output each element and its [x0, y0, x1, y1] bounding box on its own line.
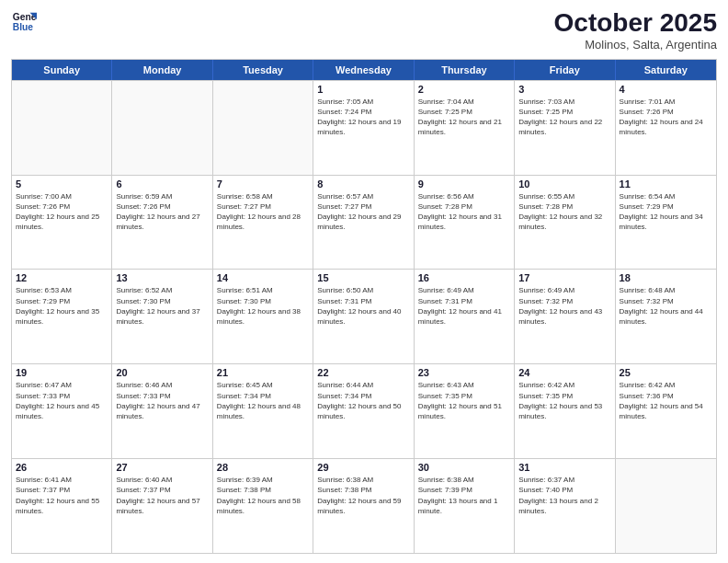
day-number: 6: [116, 178, 208, 190]
day-header-sunday: Sunday: [12, 60, 112, 80]
day-cell: 7Sunrise: 6:58 AM Sunset: 7:27 PM Daylig…: [213, 176, 313, 270]
day-number: 15: [317, 272, 409, 283]
day-number: 25: [620, 367, 712, 378]
day-header-tuesday: Tuesday: [213, 60, 313, 80]
day-number: 13: [116, 272, 208, 283]
day-cell: 6Sunrise: 6:59 AM Sunset: 7:26 PM Daylig…: [112, 176, 212, 270]
day-cell: 25Sunrise: 6:42 AM Sunset: 7:36 PM Dayli…: [616, 364, 716, 458]
day-number: 14: [217, 272, 309, 283]
day-info: Sunrise: 6:49 AM Sunset: 7:32 PM Dayligh…: [518, 285, 610, 327]
day-info: Sunrise: 6:47 AM Sunset: 7:33 PM Dayligh…: [16, 380, 108, 421]
day-info: Sunrise: 6:46 AM Sunset: 7:33 PM Dayligh…: [116, 380, 208, 421]
day-number: 8: [317, 178, 409, 190]
day-cell: 15Sunrise: 6:50 AM Sunset: 7:31 PM Dayli…: [313, 270, 414, 363]
logo-icon: General Blue: [11, 9, 37, 35]
day-info: Sunrise: 6:51 AM Sunset: 7:30 PM Dayligh…: [217, 285, 309, 327]
day-info: Sunrise: 6:37 AM Sunset: 7:40 PM Dayligh…: [518, 475, 610, 516]
day-info: Sunrise: 6:38 AM Sunset: 7:38 PM Dayligh…: [317, 475, 409, 516]
day-info: Sunrise: 7:01 AM Sunset: 7:26 PM Dayligh…: [620, 97, 712, 138]
day-number: 18: [620, 272, 712, 283]
day-cell: 23Sunrise: 6:43 AM Sunset: 7:35 PM Dayli…: [415, 364, 515, 458]
day-cell: 2Sunrise: 7:04 AM Sunset: 7:25 PM Daylig…: [415, 81, 515, 175]
day-cell: [616, 459, 716, 553]
day-number: 27: [116, 462, 208, 473]
day-info: Sunrise: 6:40 AM Sunset: 7:37 PM Dayligh…: [116, 475, 208, 516]
day-number: 24: [518, 367, 610, 378]
day-info: Sunrise: 6:52 AM Sunset: 7:30 PM Dayligh…: [116, 285, 208, 327]
day-info: Sunrise: 6:43 AM Sunset: 7:35 PM Dayligh…: [418, 380, 510, 421]
page-container: General Blue General Blue October 2025 M…: [0, 0, 728, 563]
day-cell: 19Sunrise: 6:47 AM Sunset: 7:33 PM Dayli…: [12, 364, 112, 458]
day-cell: [12, 81, 112, 175]
day-info: Sunrise: 6:59 AM Sunset: 7:26 PM Dayligh…: [116, 191, 208, 233]
day-cell: 21Sunrise: 6:45 AM Sunset: 7:34 PM Dayli…: [213, 364, 313, 458]
day-cell: 13Sunrise: 6:52 AM Sunset: 7:30 PM Dayli…: [112, 270, 212, 363]
day-info: Sunrise: 7:00 AM Sunset: 7:26 PM Dayligh…: [16, 191, 108, 233]
day-number: 3: [518, 84, 610, 95]
day-cell: 20Sunrise: 6:46 AM Sunset: 7:33 PM Dayli…: [112, 364, 212, 458]
day-info: Sunrise: 6:48 AM Sunset: 7:32 PM Dayligh…: [620, 285, 712, 327]
day-info: Sunrise: 7:05 AM Sunset: 7:24 PM Dayligh…: [317, 97, 409, 138]
page-header: General Blue General Blue October 2025 M…: [11, 9, 717, 52]
day-number: 10: [518, 178, 610, 190]
day-number: 30: [418, 462, 510, 473]
day-header-friday: Friday: [515, 60, 615, 80]
day-number: 17: [518, 272, 610, 283]
day-info: Sunrise: 6:42 AM Sunset: 7:36 PM Dayligh…: [620, 380, 712, 421]
day-cell: 3Sunrise: 7:03 AM Sunset: 7:25 PM Daylig…: [515, 81, 615, 175]
day-info: Sunrise: 6:57 AM Sunset: 7:27 PM Dayligh…: [317, 191, 409, 233]
day-info: Sunrise: 6:41 AM Sunset: 7:37 PM Dayligh…: [16, 475, 108, 516]
day-info: Sunrise: 6:49 AM Sunset: 7:31 PM Dayligh…: [418, 285, 510, 327]
day-number: 26: [16, 462, 108, 473]
day-info: Sunrise: 7:04 AM Sunset: 7:25 PM Dayligh…: [418, 97, 510, 138]
day-cell: [112, 81, 212, 175]
day-number: 29: [317, 462, 409, 473]
week-row-5: 26Sunrise: 6:41 AM Sunset: 7:37 PM Dayli…: [12, 458, 716, 553]
day-header-wednesday: Wednesday: [313, 60, 414, 80]
week-row-1: 1Sunrise: 7:05 AM Sunset: 7:24 PM Daylig…: [12, 80, 716, 175]
day-number: 20: [116, 367, 208, 378]
day-number: 1: [317, 84, 409, 95]
day-cell: 28Sunrise: 6:39 AM Sunset: 7:38 PM Dayli…: [213, 459, 313, 553]
day-info: Sunrise: 6:56 AM Sunset: 7:28 PM Dayligh…: [418, 191, 510, 233]
day-number: 16: [418, 272, 510, 283]
day-cell: 31Sunrise: 6:37 AM Sunset: 7:40 PM Dayli…: [515, 459, 615, 553]
day-cell: 29Sunrise: 6:38 AM Sunset: 7:38 PM Dayli…: [313, 459, 414, 553]
day-number: 22: [317, 367, 409, 378]
day-cell: 9Sunrise: 6:56 AM Sunset: 7:28 PM Daylig…: [415, 176, 515, 270]
day-cell: 10Sunrise: 6:55 AM Sunset: 7:28 PM Dayli…: [515, 176, 615, 270]
day-number: 5: [16, 178, 108, 190]
day-headers: SundayMondayTuesdayWednesdayThursdayFrid…: [12, 60, 716, 80]
day-info: Sunrise: 6:54 AM Sunset: 7:29 PM Dayligh…: [620, 191, 712, 233]
day-cell: 5Sunrise: 7:00 AM Sunset: 7:26 PM Daylig…: [12, 176, 112, 270]
day-info: Sunrise: 6:44 AM Sunset: 7:34 PM Dayligh…: [317, 380, 409, 421]
day-info: Sunrise: 6:45 AM Sunset: 7:34 PM Dayligh…: [217, 380, 309, 421]
day-number: 12: [16, 272, 108, 283]
day-cell: [213, 81, 313, 175]
week-row-2: 5Sunrise: 7:00 AM Sunset: 7:26 PM Daylig…: [12, 175, 716, 270]
day-cell: 1Sunrise: 7:05 AM Sunset: 7:24 PM Daylig…: [313, 81, 414, 175]
day-number: 11: [620, 178, 712, 190]
day-info: Sunrise: 6:50 AM Sunset: 7:31 PM Dayligh…: [317, 285, 409, 327]
week-row-3: 12Sunrise: 6:53 AM Sunset: 7:29 PM Dayli…: [12, 269, 716, 363]
day-cell: 17Sunrise: 6:49 AM Sunset: 7:32 PM Dayli…: [515, 270, 615, 363]
month-title: October 2025: [554, 9, 717, 38]
day-info: Sunrise: 7:03 AM Sunset: 7:25 PM Dayligh…: [518, 97, 610, 138]
day-number: 31: [518, 462, 610, 473]
day-info: Sunrise: 6:55 AM Sunset: 7:28 PM Dayligh…: [518, 191, 610, 233]
day-number: 21: [217, 367, 309, 378]
day-number: 7: [217, 178, 309, 190]
day-cell: 12Sunrise: 6:53 AM Sunset: 7:29 PM Dayli…: [12, 270, 112, 363]
day-info: Sunrise: 6:53 AM Sunset: 7:29 PM Dayligh…: [16, 285, 108, 327]
day-number: 28: [217, 462, 309, 473]
day-info: Sunrise: 6:39 AM Sunset: 7:38 PM Dayligh…: [217, 475, 309, 516]
day-cell: 16Sunrise: 6:49 AM Sunset: 7:31 PM Dayli…: [415, 270, 515, 363]
day-header-saturday: Saturday: [616, 60, 716, 80]
day-cell: 18Sunrise: 6:48 AM Sunset: 7:32 PM Dayli…: [616, 270, 716, 363]
day-info: Sunrise: 6:58 AM Sunset: 7:27 PM Dayligh…: [217, 191, 309, 233]
calendar: SundayMondayTuesdayWednesdayThursdayFrid…: [11, 59, 717, 554]
day-cell: 4Sunrise: 7:01 AM Sunset: 7:26 PM Daylig…: [616, 81, 716, 175]
day-cell: 8Sunrise: 6:57 AM Sunset: 7:27 PM Daylig…: [313, 176, 414, 270]
day-header-monday: Monday: [112, 60, 212, 80]
day-info: Sunrise: 6:38 AM Sunset: 7:39 PM Dayligh…: [418, 475, 510, 516]
